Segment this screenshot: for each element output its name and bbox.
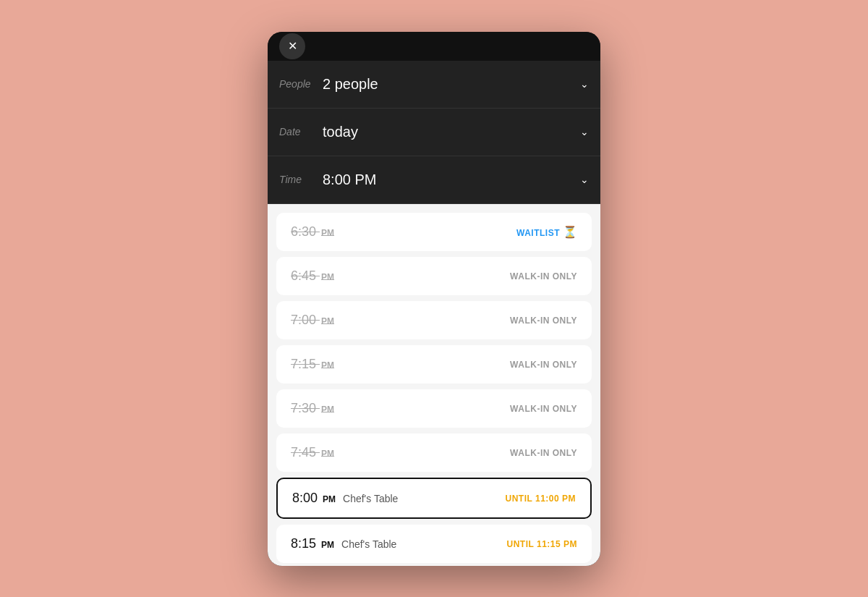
chevron-down-icon: ⌄ xyxy=(580,174,589,185)
time-slot-left: 7:45 PM xyxy=(291,445,334,460)
waitlist-label: WAITLIST xyxy=(516,228,560,238)
time-slot-item[interactable]: 8:00 PMChef's TableUNTIL 11:00 PM xyxy=(276,478,592,519)
period-label: PM xyxy=(321,316,334,326)
time-slot-left: 7:15 PM xyxy=(291,357,334,372)
time-selector[interactable]: Time 8:00 PM ⌄ xyxy=(268,156,600,204)
walkin-label: WALK-IN ONLY xyxy=(510,448,577,458)
time-slot-left: 8:15 PMChef's Table xyxy=(291,536,396,551)
slot-status: UNTIL 11:15 PM xyxy=(507,537,577,550)
time-slot-item[interactable]: 6:45 PMWALK-IN ONLY xyxy=(276,257,592,295)
time-slot-item[interactable]: 7:45 PMWALK-IN ONLY xyxy=(276,433,592,472)
time-value: 7:45 PM xyxy=(291,445,334,460)
slot-status: WALK-IN ONLY xyxy=(510,269,577,282)
time-value: 6:45 PM xyxy=(291,268,334,284)
walkin-label: WALK-IN ONLY xyxy=(510,360,577,370)
time-value: 8:00 PM xyxy=(323,172,580,188)
period-label: PM xyxy=(321,449,334,459)
time-slot-item[interactable]: 6:30 PMWAITLIST⏳ xyxy=(276,213,592,251)
time-slot-item[interactable]: 7:00 PMWALK-IN ONLY xyxy=(276,301,592,339)
until-label: UNTIL 11:00 PM xyxy=(506,494,576,504)
time-slot-left: 8:00 PMChef's Table xyxy=(292,491,398,506)
people-label: People xyxy=(279,78,323,90)
time-value: 7:30 PM xyxy=(291,401,334,416)
time-slot-item[interactable]: 8:15 PMChef's TableUNTIL 11:15 PM xyxy=(276,525,592,563)
hourglass-icon: ⏳ xyxy=(563,226,577,238)
slot-status: WALK-IN ONLY xyxy=(510,402,577,415)
slot-status: WAITLIST⏳ xyxy=(516,225,577,239)
slot-status: WALK-IN ONLY xyxy=(510,357,577,371)
time-slot-item[interactable]: 7:15 PMWALK-IN ONLY xyxy=(276,345,592,384)
walkin-label: WALK-IN ONLY xyxy=(510,404,577,414)
time-slot-left: 6:45 PM xyxy=(291,268,334,284)
period-label: PM xyxy=(321,540,334,550)
venue-label: Chef's Table xyxy=(341,538,396,550)
time-value: 6:30 PM xyxy=(291,224,334,240)
time-label: Time xyxy=(279,174,323,185)
time-value: 8:15 PM xyxy=(291,536,334,551)
time-value: 7:00 PM xyxy=(291,313,334,328)
walkin-label: WALK-IN ONLY xyxy=(510,271,577,281)
date-selector[interactable]: Date today ⌄ xyxy=(268,109,600,156)
chevron-down-icon: ⌄ xyxy=(580,78,589,90)
slot-status: WALK-IN ONLY xyxy=(510,446,577,459)
time-slot-left: 6:30 PM xyxy=(291,224,334,240)
until-label: UNTIL 11:15 PM xyxy=(507,539,577,549)
slot-status: UNTIL 11:00 PM xyxy=(506,491,576,504)
walkin-label: WALK-IN ONLY xyxy=(510,316,577,326)
date-value: today xyxy=(323,124,580,140)
time-slot-left: 7:30 PM xyxy=(291,401,334,416)
period-label: PM xyxy=(323,494,336,504)
time-value: 7:15 PM xyxy=(291,357,334,372)
time-value: 8:00 PM xyxy=(292,491,336,506)
slot-status: WALK-IN ONLY xyxy=(510,313,577,326)
time-slot-left: 7:00 PM xyxy=(291,313,334,328)
date-label: Date xyxy=(279,126,323,137)
close-button[interactable]: ✕ xyxy=(279,33,305,59)
time-slot-item[interactable]: 7:30 PMWALK-IN ONLY xyxy=(276,389,592,428)
people-value: 2 people xyxy=(323,76,580,93)
people-selector[interactable]: People 2 people ⌄ xyxy=(268,61,600,109)
period-label: PM xyxy=(321,360,334,371)
venue-label: Chef's Table xyxy=(343,493,398,504)
period-label: PM xyxy=(321,405,334,415)
period-label: PM xyxy=(321,228,334,238)
modal-header: ✕ xyxy=(268,32,600,61)
chevron-down-icon: ⌄ xyxy=(580,126,589,137)
time-slots-list: 6:30 PMWAITLIST⏳6:45 PMWALK-IN ONLY7:00 … xyxy=(268,204,600,566)
period-label: PM xyxy=(321,272,334,282)
reservation-modal: ✕ People 2 people ⌄ Date today ⌄ Time 8:… xyxy=(268,32,600,566)
